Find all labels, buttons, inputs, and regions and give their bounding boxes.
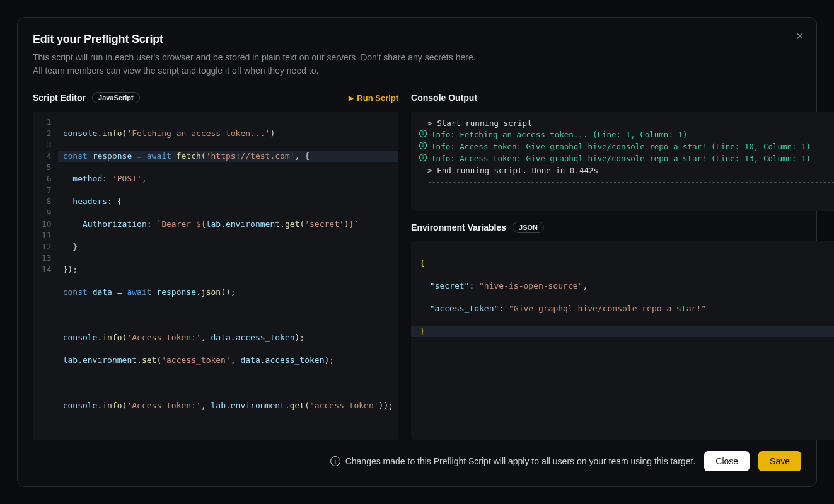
close-button[interactable]: Close: [704, 451, 750, 471]
console-line: Info: Access token: Give graphql-hive/co…: [419, 153, 834, 165]
console-line: > Start running script: [419, 118, 834, 129]
line-gutter: 1234567891011121314: [33, 112, 58, 440]
svg-point-5: [423, 144, 424, 144]
modal-title: Edit your Preflight Script: [33, 33, 801, 46]
info-icon: [419, 153, 427, 165]
console-separator: ----------------------------------------…: [419, 176, 834, 188]
run-script-button[interactable]: ▶ Run Script: [349, 93, 398, 103]
code-area[interactable]: console.info('Fetching an access token..…: [58, 112, 398, 440]
script-editor[interactable]: 1234567891011121314 console.info('Fetchi…: [33, 112, 398, 440]
env-vars-title: Environment Variables: [411, 222, 506, 232]
console-line: Info: Access token: Give graphql-hive/co…: [419, 141, 834, 153]
console-output-title: Console Output: [411, 93, 477, 103]
console-line: > End running script. Done in 0.442s: [419, 165, 834, 176]
play-icon: ▶: [349, 94, 354, 101]
info-icon: [419, 141, 427, 153]
preflight-script-modal: ✕ Edit your Preflight Script This script…: [17, 17, 817, 487]
close-icon[interactable]: ✕: [796, 30, 804, 42]
info-icon: i: [330, 456, 340, 466]
modal-subtitle: This script will run in each user's brow…: [33, 51, 801, 77]
save-button[interactable]: Save: [758, 451, 801, 471]
footer-warning: i Changes made to this Preflight Script …: [330, 456, 696, 466]
svg-point-2: [423, 132, 424, 132]
info-icon: [419, 129, 427, 141]
script-editor-title: Script Editor: [33, 93, 86, 103]
env-editor[interactable]: { "secret": "hive-is-open-source", "acce…: [411, 241, 834, 440]
console-output[interactable]: > Start running script Info: Fetching an…: [411, 112, 834, 211]
json-badge: JSON: [513, 222, 544, 233]
svg-point-8: [423, 156, 424, 156]
language-badge: JavaScript: [92, 92, 140, 103]
console-line: Info: Fetching an access token... (Line:…: [419, 129, 834, 141]
